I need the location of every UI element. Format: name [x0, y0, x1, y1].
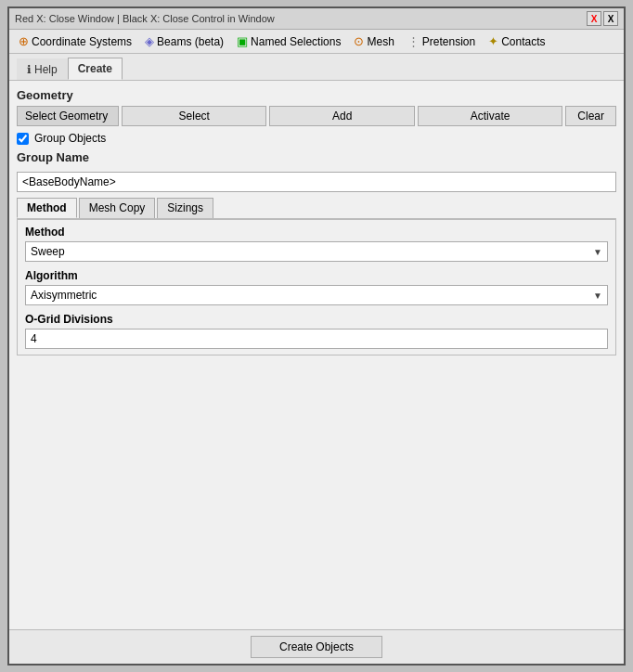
inner-tab-sizings-label: Sizings [167, 201, 203, 214]
named-selections-icon: ▣ [237, 34, 248, 48]
group-name-section: Group Name [17, 150, 616, 192]
select-geometry-label: Select Geometry [17, 106, 119, 126]
select-button[interactable]: Select [122, 106, 266, 126]
mesh-icon: ⊙ [354, 34, 364, 48]
activate-button[interactable]: Activate [418, 106, 562, 126]
inner-tab-method-label: Method [27, 201, 67, 214]
contacts-icon: ✦ [488, 34, 498, 48]
toolbar: ⊕ Coordinate Systems ◈ Beams (beta) ▣ Na… [9, 30, 624, 54]
inner-tabs-section: Method Mesh Copy Sizings Method Sweep [17, 198, 616, 355]
group-objects-row: Group Objects [17, 132, 616, 145]
method-select[interactable]: Sweep Automatic Tetrahedrons Hex Dominan… [25, 241, 608, 262]
geometry-section-header: Geometry [17, 88, 616, 102]
close-black-button[interactable]: X [603, 11, 618, 26]
toolbar-named-selections-label: Named Selections [251, 35, 341, 48]
toolbar-contacts[interactable]: ✦ Contacts [484, 32, 549, 50]
main-tab-row: ℹ Help Create [9, 54, 624, 81]
toolbar-mesh[interactable]: ⊙ Mesh [350, 32, 397, 50]
toolbar-pretension-label: Pretension [422, 35, 475, 48]
method-dropdown-wrapper: Sweep Automatic Tetrahedrons Hex Dominan… [25, 241, 608, 262]
clear-button[interactable]: Clear [565, 106, 616, 126]
close-red-button[interactable]: X [587, 11, 601, 26]
tab-help-label: Help [34, 63, 58, 76]
method-field-label: Method [25, 226, 608, 239]
algorithm-field-label: Algorithm [25, 269, 608, 282]
footer: Create Objects [9, 629, 624, 664]
inner-tab-mesh-copy[interactable]: Mesh Copy [79, 198, 156, 218]
geometry-row: Select Geometry Select Add Activate Clea… [17, 106, 616, 126]
add-button[interactable]: Add [269, 106, 414, 126]
toolbar-beams[interactable]: ◈ Beams (beta) [141, 32, 227, 50]
coordinate-systems-icon: ⊕ [19, 34, 29, 48]
group-name-input[interactable] [17, 172, 616, 192]
toolbar-contacts-label: Contacts [501, 35, 545, 48]
method-field: Method Sweep Automatic Tetrahedrons Hex … [25, 226, 608, 262]
group-objects-label: Group Objects [34, 132, 106, 145]
tab-help[interactable]: ℹ Help [17, 58, 68, 80]
inner-tab-mesh-copy-label: Mesh Copy [89, 201, 146, 214]
toolbar-pretension[interactable]: ⋮ Pretension [404, 32, 479, 50]
create-objects-button[interactable]: Create Objects [251, 636, 382, 658]
algorithm-select[interactable]: Axisymmetric Thin Sweep Wide Sweep [25, 285, 608, 305]
main-window: Red X: Close Window | Black X: Close Con… [7, 6, 626, 666]
toolbar-coordinate-systems-label: Coordinate Systems [32, 35, 132, 48]
geometry-section: Geometry Select Geometry Select Add Acti… [17, 88, 616, 126]
toolbar-coordinate-systems[interactable]: ⊕ Coordinate Systems [15, 32, 136, 50]
help-icon: ℹ [27, 63, 32, 76]
inner-tab-row: Method Mesh Copy Sizings [17, 198, 616, 219]
group-objects-checkbox[interactable] [17, 133, 29, 145]
group-name-header: Group Name [17, 150, 616, 164]
title-bar: Red X: Close Window | Black X: Close Con… [9, 8, 624, 30]
title-bar-buttons: X X [587, 11, 618, 26]
tab-create[interactable]: Create [68, 58, 123, 80]
inner-tab-sizings[interactable]: Sizings [157, 198, 213, 218]
o-grid-field: O-Grid Divisions [25, 313, 608, 349]
toolbar-mesh-label: Mesh [367, 35, 394, 48]
tab-create-label: Create [78, 62, 112, 75]
main-content: Geometry Select Geometry Select Add Acti… [9, 81, 624, 629]
o-grid-label: O-Grid Divisions [25, 313, 608, 326]
algorithm-dropdown-wrapper: Axisymmetric Thin Sweep Wide Sweep ▼ [25, 285, 608, 305]
algorithm-field: Algorithm Axisymmetric Thin Sweep Wide S… [25, 269, 608, 305]
beams-icon: ◈ [145, 34, 154, 48]
o-grid-input[interactable] [25, 329, 608, 349]
toolbar-named-selections[interactable]: ▣ Named Selections [233, 32, 344, 50]
inner-tab-method[interactable]: Method [17, 198, 77, 218]
toolbar-beams-label: Beams (beta) [157, 35, 224, 48]
method-content: Method Sweep Automatic Tetrahedrons Hex … [17, 219, 616, 355]
pretension-icon: ⋮ [407, 34, 420, 48]
title-bar-text: Red X: Close Window | Black X: Close Con… [15, 13, 275, 24]
